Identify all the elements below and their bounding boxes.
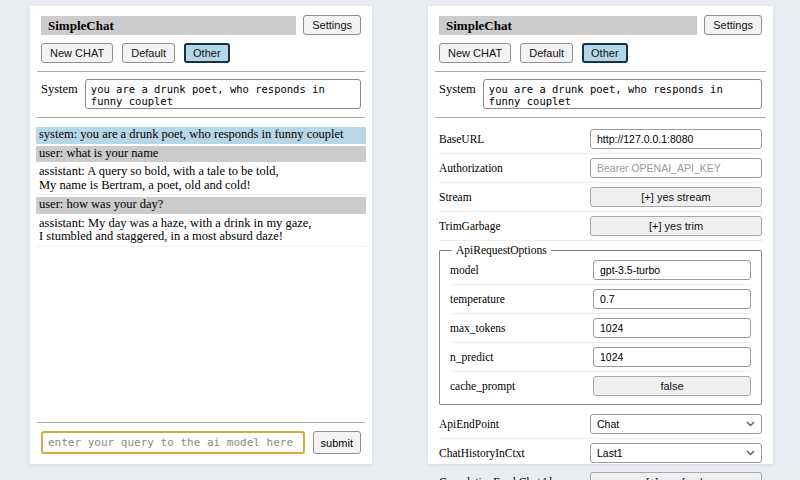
n-predict-input[interactable] — [593, 347, 751, 367]
chat-message-assistant: assistant: A query so bold, with a tale … — [36, 164, 366, 195]
header: SimpleChat Settings — [41, 15, 361, 35]
setting-row-authorization: Authorization — [439, 154, 762, 183]
app-title: SimpleChat — [439, 16, 697, 35]
settings-view-panel: SimpleChat Settings New CHAT Default Oth… — [428, 6, 773, 464]
query-input[interactable] — [41, 431, 305, 454]
setting-row-baseurl: BaseURL — [439, 125, 762, 154]
system-prompt-label: System — [41, 79, 78, 97]
stream-label: Stream — [439, 191, 472, 203]
setting-row-model: model — [450, 256, 751, 285]
cache-prompt-label: cache_prompt — [450, 380, 515, 392]
chat-view-panel: SimpleChat Settings New CHAT Default Oth… — [30, 6, 372, 464]
setting-row-completion-fresh: CompletionFreshChatAlways [+] yes fresh — [439, 468, 762, 480]
chevron-down-icon — [746, 450, 755, 456]
session-tab-other[interactable]: Other — [582, 43, 628, 63]
model-label: model — [450, 264, 479, 276]
settings-button[interactable]: Settings — [303, 15, 361, 35]
settings-button[interactable]: Settings — [704, 15, 762, 35]
session-toolbar: New CHAT Default Other — [41, 43, 361, 63]
setting-row-cache-prompt: cache_prompt false — [450, 372, 751, 400]
n-predict-label: n_predict — [450, 351, 493, 363]
setting-row-trimgarbage: TrimGarbage [+] yes trim — [439, 212, 762, 241]
session-tab-default[interactable]: Default — [520, 43, 573, 63]
cache-prompt-toggle-button[interactable]: false — [593, 376, 751, 396]
submit-button[interactable]: submit — [313, 431, 361, 454]
chathistory-label: ChatHistoryInCtxt — [439, 447, 525, 459]
spacer — [36, 247, 366, 415]
api-request-options-fieldset: ApiRequestOptions model temperature max_… — [439, 244, 762, 405]
authorization-input[interactable] — [590, 158, 762, 178]
temperature-input[interactable] — [593, 289, 751, 309]
divider — [435, 71, 766, 72]
header: SimpleChat Settings — [439, 15, 762, 35]
baseurl-label: BaseURL — [439, 133, 484, 145]
trimgarbage-label: TrimGarbage — [439, 220, 501, 232]
trimgarbage-toggle-button[interactable]: [+] yes trim — [590, 216, 762, 236]
new-chat-button[interactable]: New CHAT — [41, 43, 113, 63]
baseurl-input[interactable] — [590, 129, 762, 149]
chat-message-list: system: you are a drunk poet, who respon… — [36, 127, 366, 247]
apiendpoint-label: ApiEndPoint — [439, 418, 499, 430]
session-tab-default[interactable]: Default — [122, 43, 175, 63]
divider — [37, 422, 365, 423]
authorization-label: Authorization — [439, 162, 503, 174]
chathistory-selected-value: Last1 — [597, 447, 623, 459]
divider — [435, 117, 766, 118]
max-tokens-input[interactable] — [593, 318, 751, 338]
stream-toggle-button[interactable]: [+] yes stream — [590, 187, 762, 207]
app-root: SimpleChat Settings New CHAT Default Oth… — [0, 0, 800, 464]
system-prompt-row: System you are a drunk poet, who respond… — [439, 79, 762, 109]
session-tab-other[interactable]: Other — [184, 43, 230, 63]
setting-row-temperature: temperature — [450, 285, 751, 314]
system-prompt-row: System you are a drunk poet, who respond… — [41, 79, 361, 109]
max-tokens-label: max_tokens — [450, 322, 506, 334]
chat-message-user: user: what is your name — [36, 146, 366, 163]
app-title: SimpleChat — [41, 16, 296, 35]
apiendpoint-selected-value: Chat — [597, 418, 619, 430]
new-chat-button[interactable]: New CHAT — [439, 43, 511, 63]
divider — [37, 117, 365, 118]
system-prompt-input[interactable]: you are a drunk poet, who responds in fu… — [85, 79, 361, 109]
completion-fresh-toggle-button[interactable]: [+] yes fresh — [590, 472, 762, 480]
api-request-options-legend: ApiRequestOptions — [452, 244, 551, 256]
temperature-label: temperature — [450, 293, 505, 305]
setting-row-n-predict: n_predict — [450, 343, 751, 372]
divider — [37, 71, 365, 72]
setting-row-stream: Stream [+] yes stream — [439, 183, 762, 212]
chathistory-select[interactable]: Last1 — [590, 443, 762, 463]
setting-row-max-tokens: max_tokens — [450, 314, 751, 343]
chat-message-system: system: you are a drunk poet, who respon… — [36, 127, 366, 144]
setting-row-apiendpoint: ApiEndPoint Chat — [439, 410, 762, 439]
chat-message-user: user: how was your day? — [36, 197, 366, 214]
completion-fresh-label: CompletionFreshChatAlways — [439, 476, 576, 480]
chat-message-assistant: assistant: My day was a haze, with a dri… — [36, 216, 366, 247]
system-prompt-label: System — [439, 79, 476, 97]
model-input[interactable] — [593, 260, 751, 280]
session-toolbar: New CHAT Default Other — [439, 43, 762, 63]
query-row: submit — [41, 431, 361, 454]
system-prompt-input[interactable]: you are a drunk poet, who responds in fu… — [483, 79, 762, 109]
chevron-down-icon — [746, 421, 755, 427]
setting-row-chathistory: ChatHistoryInCtxt Last1 — [439, 439, 762, 468]
apiendpoint-select[interactable]: Chat — [590, 414, 762, 434]
